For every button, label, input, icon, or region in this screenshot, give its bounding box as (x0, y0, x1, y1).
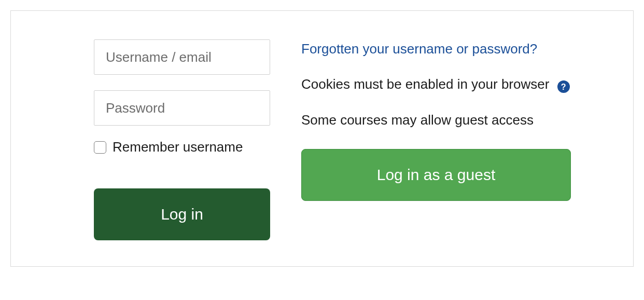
login-panel: Remember username Log in Forgotten your … (10, 10, 634, 267)
remember-checkbox[interactable] (94, 141, 106, 154)
username-input[interactable] (94, 39, 270, 75)
login-form-column: Remember username Log in (42, 39, 270, 240)
guest-notice: Some courses may allow guest access (301, 110, 571, 131)
help-icon[interactable]: ? (557, 80, 570, 93)
login-button[interactable]: Log in (94, 188, 270, 240)
cookies-notice-text: Cookies must be enabled in your browser (301, 76, 549, 92)
guest-login-button[interactable]: Log in as a guest (301, 149, 571, 201)
login-aside-column: Forgotten your username or password? Coo… (301, 39, 602, 240)
remember-row: Remember username (94, 139, 270, 155)
cookies-notice: Cookies must be enabled in your browser … (301, 74, 571, 96)
forgot-password-link[interactable]: Forgotten your username or password? (301, 39, 571, 59)
remember-label: Remember username (113, 139, 243, 155)
password-input[interactable] (94, 90, 270, 126)
